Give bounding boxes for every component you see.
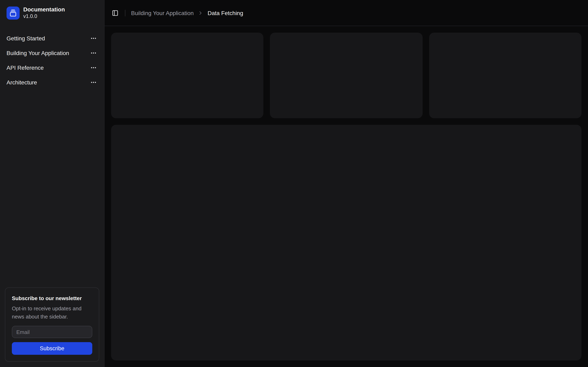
app-version: v1.0.0 [23, 14, 65, 20]
subscribe-button[interactable]: Subscribe [12, 342, 92, 355]
placeholder-card-large [111, 125, 581, 360]
sidebar-footer: Subscribe to our newsletter Opt-in to re… [0, 283, 104, 367]
sidebar-item-label: Architecture [7, 79, 37, 86]
sidebar: Documentation v1.0.0 Getting Started Bui… [0, 0, 104, 367]
ellipsis-icon [90, 50, 97, 56]
sidebar-item-label: Getting Started [7, 35, 45, 42]
more-actions-button[interactable] [89, 64, 98, 72]
newsletter-description: Opt-in to receive updates and news about… [12, 305, 92, 321]
ellipsis-icon [90, 35, 97, 42]
newsletter-title: Subscribe to our newsletter [12, 295, 92, 301]
version-switcher-button[interactable]: Documentation v1.0.0 [3, 5, 101, 21]
breadcrumb-link[interactable]: Building Your Application [131, 9, 194, 16]
placeholder-card [270, 33, 423, 118]
placeholder-card [111, 33, 264, 118]
ellipsis-icon [90, 64, 97, 71]
breadcrumb: Building Your Application Data Fetching [131, 9, 243, 16]
app-title: Documentation [23, 7, 65, 13]
newsletter-card: Subscribe to our newsletter Opt-in to re… [5, 287, 99, 362]
sidebar-toggle-button[interactable] [109, 7, 121, 18]
app-root: Documentation v1.0.0 Getting Started Bui… [0, 0, 588, 367]
app-logo [7, 7, 20, 20]
sidebar-item-label: API Reference [7, 64, 44, 71]
gallery-vertical-end-icon [9, 9, 17, 17]
placeholder-card-row [111, 33, 581, 118]
chevron-right-icon [198, 10, 204, 16]
breadcrumb-current: Data Fetching [208, 9, 243, 16]
header-separator [125, 9, 125, 16]
panel-left-icon [112, 9, 118, 16]
sidebar-header: Documentation v1.0.0 [0, 0, 104, 26]
sidebar-menu: Getting Started Building Your Applicatio… [0, 26, 104, 92]
more-actions-button[interactable] [89, 49, 98, 57]
sidebar-item-building-your-application[interactable]: Building Your Application [3, 47, 101, 59]
ellipsis-icon [90, 79, 97, 86]
app-identity: Documentation v1.0.0 [23, 7, 65, 19]
placeholder-card [429, 33, 581, 118]
sidebar-item-label: Building Your Application [7, 50, 69, 56]
more-actions-button[interactable] [89, 34, 98, 42]
sidebar-item-api-reference[interactable]: API Reference [3, 61, 101, 74]
main-header: Building Your Application Data Fetching [104, 0, 588, 26]
page-content [104, 26, 588, 367]
main-area: Building Your Application Data Fetching [104, 0, 588, 367]
sidebar-item-architecture[interactable]: Architecture [3, 76, 101, 89]
sidebar-item-getting-started[interactable]: Getting Started [3, 32, 101, 45]
email-input[interactable] [12, 326, 92, 338]
more-actions-button[interactable] [89, 78, 98, 86]
